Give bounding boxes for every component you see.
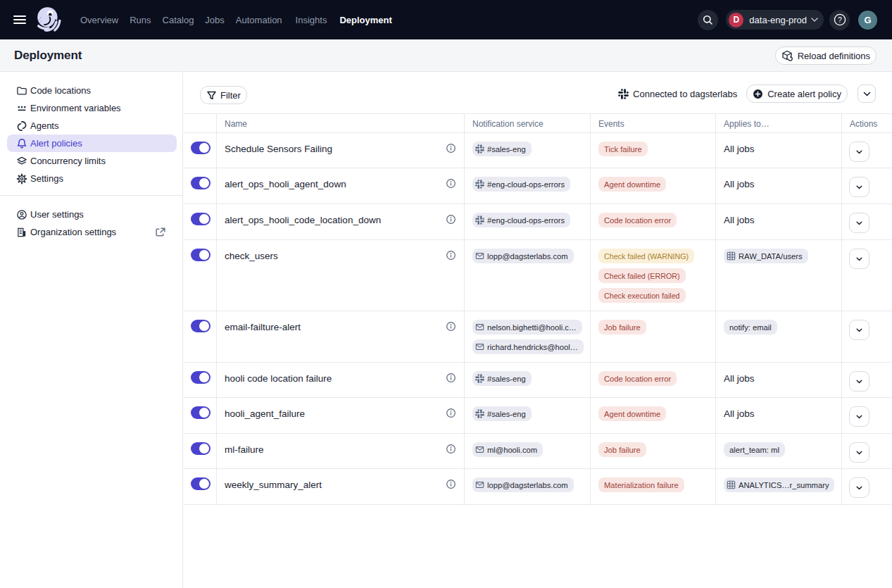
svg-text:?: ? xyxy=(838,15,842,24)
